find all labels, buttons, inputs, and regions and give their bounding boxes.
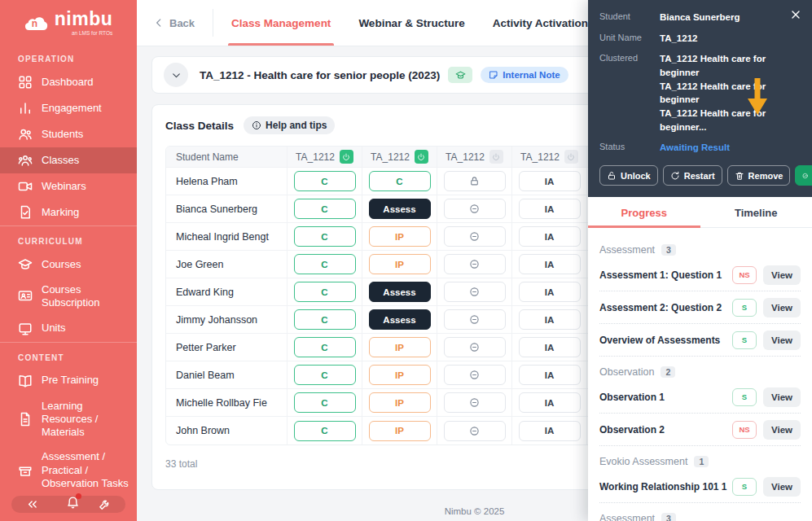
logo-tagline: an LMS for RTOs — [55, 30, 113, 36]
collapse-sidebar-icon[interactable] — [25, 497, 39, 511]
status-locked[interactable] — [444, 171, 506, 191]
panel-tab-progress[interactable]: Progress — [588, 197, 700, 227]
status-ia[interactable]: IA — [519, 309, 581, 330]
note-icon — [489, 70, 498, 80]
status-not-available[interactable] — [444, 199, 506, 219]
progress-section-observation-1: Observation2 — [599, 366, 801, 378]
field-value: TA_1212 Health care for beginnerTA_1212 … — [660, 52, 801, 134]
status-in-progress[interactable]: IP — [369, 421, 431, 441]
status-cell: C — [287, 361, 362, 389]
assess-button[interactable]: Assess — [369, 309, 431, 330]
power-toggle-icon[interactable] — [340, 150, 353, 164]
view-button[interactable]: View — [763, 387, 801, 407]
sidebar-item-marking[interactable]: Marking — [0, 199, 137, 225]
sidebar-item-units[interactable]: Units — [0, 316, 137, 342]
view-button[interactable]: View — [763, 420, 801, 440]
remove-button[interactable]: Remove — [727, 165, 791, 186]
panel-field-unit-name: Unit NameTA_1212 — [599, 32, 801, 46]
status-in-progress[interactable]: IP — [369, 392, 431, 413]
power-toggle-icon[interactable] — [489, 150, 503, 164]
status-cell — [437, 306, 511, 334]
status-competent[interactable]: C — [294, 337, 356, 357]
back-button[interactable]: Back — [137, 17, 213, 29]
status-not-available[interactable] — [444, 337, 506, 357]
status-competent[interactable]: C — [294, 199, 356, 219]
status-cell: IA — [511, 417, 586, 444]
sidebar-item-courses-subscription[interactable]: Courses Subscription — [0, 278, 137, 316]
minus-circle-icon — [469, 231, 480, 242]
sidebar-item-courses[interactable]: Courses — [0, 252, 137, 278]
status-competent[interactable]: C — [294, 309, 356, 330]
status-not-available[interactable] — [444, 226, 506, 247]
result-badge-ns: NS — [732, 421, 757, 439]
status-ia[interactable]: IA — [519, 226, 581, 247]
status-in-progress[interactable]: IP — [369, 365, 431, 385]
status-not-available[interactable] — [444, 392, 506, 413]
status-ia[interactable]: IA — [519, 254, 581, 274]
status-cell: IA — [511, 306, 586, 334]
status-cell — [437, 223, 511, 251]
sidebar-item-classes[interactable]: Classes — [0, 147, 137, 173]
status-in-progress[interactable]: IP — [369, 226, 431, 247]
assess-button[interactable]: Assess — [369, 282, 431, 302]
power-toggle-icon[interactable] — [564, 150, 578, 164]
status-competent[interactable]: C — [294, 365, 356, 385]
status-not-available[interactable] — [444, 309, 506, 330]
power-toggle-icon[interactable] — [415, 150, 428, 164]
status-competent[interactable]: C — [294, 392, 356, 413]
status-ia[interactable]: IA — [519, 392, 581, 413]
status-ia[interactable]: IA — [519, 365, 581, 385]
tab-webinar-structure[interactable]: Webinar & Structure — [358, 0, 464, 46]
status-cell: IA — [511, 334, 586, 361]
status-ia[interactable]: IA — [519, 199, 581, 219]
status-not-available[interactable] — [444, 365, 506, 385]
tools-icon[interactable] — [98, 497, 112, 511]
internal-note-badge[interactable]: Internal Note — [481, 67, 568, 83]
sidebar-item-label: Dashboard — [42, 76, 94, 89]
status-in-progress[interactable]: IP — [369, 254, 431, 274]
view-button[interactable]: View — [763, 265, 801, 285]
view-button[interactable]: View — [763, 331, 801, 350]
status-ia[interactable]: IA — [519, 282, 581, 302]
status-ia[interactable]: IA — [519, 171, 581, 191]
status-ia[interactable]: IA — [519, 421, 581, 441]
status-competent[interactable]: C — [294, 254, 356, 274]
panel-tab-timeline[interactable]: Timeline — [700, 197, 812, 227]
student-name: Helena Pham — [166, 168, 287, 195]
column-header-unit-2: TA_1212 — [362, 147, 437, 168]
help-and-tips-button[interactable]: Help and tips — [244, 116, 335, 134]
view-button[interactable]: View — [763, 298, 801, 317]
collapse-class-button[interactable] — [164, 63, 188, 87]
unlock-button[interactable]: Unlock — [599, 165, 658, 186]
sidebar-item-label: Classes — [42, 154, 79, 167]
status-competent[interactable]: C — [294, 421, 356, 441]
sidebar-item-assessment-practical-observation-tasks[interactable]: Assessment / Practical / Observation Tas… — [0, 444, 137, 496]
status-not-available[interactable] — [444, 282, 506, 302]
students-icon — [18, 127, 33, 142]
assess-button[interactable]: Assess — [369, 199, 431, 219]
notifications-button[interactable] — [66, 496, 80, 513]
sidebar-item-webinars[interactable]: Webinars — [0, 173, 137, 199]
status-competent[interactable]: C — [294, 282, 356, 302]
sidebar-item-students[interactable]: Students — [0, 121, 137, 147]
status-in-progress[interactable]: IP — [369, 337, 431, 357]
status-competent[interactable]: C — [369, 171, 431, 191]
tab-class-management[interactable]: Class Management — [231, 0, 331, 46]
help-and-tips-label: Help and tips — [266, 120, 327, 131]
restart-button[interactable]: Restart — [663, 165, 722, 186]
marking-icon — [18, 205, 33, 220]
status-not-available[interactable] — [444, 421, 506, 441]
view-button[interactable]: View — [763, 477, 801, 497]
status-not-available[interactable] — [444, 254, 506, 274]
sidebar-item-learning-resources-materials[interactable]: Learning Resources / Materials — [0, 394, 137, 445]
sidebar-item-dashboard[interactable]: Dashboard — [0, 69, 137, 95]
status-competent[interactable]: C — [294, 171, 356, 191]
item-name: Overview of Assessments — [599, 335, 732, 346]
close-icon[interactable] — [789, 8, 802, 21]
status-ia[interactable]: IA — [519, 337, 581, 357]
tab-activity-activation[interactable]: Activity Activation — [493, 0, 588, 46]
sidebar-item-pre-training[interactable]: Pre Training — [0, 368, 137, 394]
mark-unit-button[interactable]: Mark Unit — [795, 165, 812, 186]
status-competent[interactable]: C — [294, 226, 356, 247]
sidebar-item-engagement[interactable]: Engagement — [0, 95, 137, 121]
